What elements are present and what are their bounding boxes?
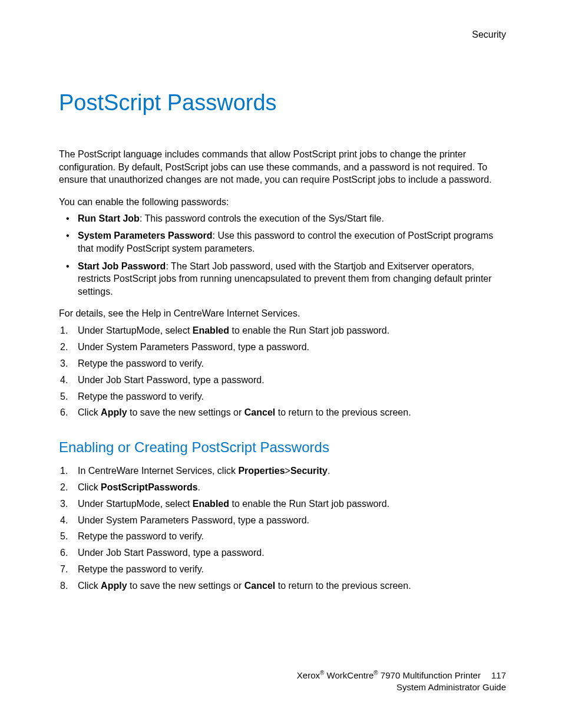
bullet-label: System Parameters Password (78, 230, 213, 241)
list-item: In CentreWare Internet Services, click P… (59, 464, 506, 479)
steps-list-a: Under StartupMode, select Enabled to ena… (59, 324, 506, 420)
list-item: Under System Parameters Password, type a… (59, 513, 506, 528)
bullet-text: : This password controls the execution o… (140, 213, 384, 223)
details-text: For details, see the Help in CentreWare … (59, 308, 506, 319)
footer-line-2: System Administrator Guide (297, 681, 506, 693)
list-item: Retype the password to verify. (59, 529, 506, 544)
footer-line-1: Xerox® WorkCentre® 7970 Multifunction Pr… (297, 669, 506, 681)
list-item: Under StartupMode, select Enabled to ena… (59, 324, 506, 338)
steps-list-b: In CentreWare Internet Services, click P… (59, 464, 506, 593)
list-item: Retype the password to verify. (59, 562, 506, 577)
list-item: Under Job Start Password, type a passwor… (59, 373, 506, 388)
list-item: Retype the password to verify. (59, 390, 506, 404)
document-page: Security PostScript Passwords The PostSc… (0, 0, 562, 728)
page-number: 117 (491, 670, 506, 680)
header-section-label: Security (59, 29, 506, 40)
subsection-title: Enabling or Creating PostScript Password… (59, 439, 506, 456)
list-item: Under StartupMode, select Enabled to ena… (59, 497, 506, 512)
page-footer: Xerox® WorkCentre® 7970 Multifunction Pr… (297, 669, 506, 693)
list-item: Click Apply to save the new settings or … (59, 579, 506, 594)
page-title: PostScript Passwords (59, 90, 506, 116)
list-item: Under Job Start Password, type a passwor… (59, 546, 506, 561)
list-item: Click Apply to save the new settings or … (59, 406, 506, 420)
enable-passwords-label: You can enable the following passwords: (59, 197, 506, 207)
list-item: Start Job Password: The Start Job passwo… (59, 260, 506, 298)
list-item: Retype the password to verify. (59, 357, 506, 371)
bullet-label: Start Job Password (78, 261, 166, 271)
bullet-label: Run Start Job (78, 213, 140, 223)
list-item: Click PostScriptPasswords. (59, 480, 506, 495)
list-item: System Parameters Password: Use this pas… (59, 229, 506, 255)
intro-paragraph: The PostScript language includes command… (59, 148, 506, 186)
list-item: Under System Parameters Password, type a… (59, 340, 506, 355)
list-item: Run Start Job: This password controls th… (59, 212, 506, 225)
password-types-list: Run Start Job: This password controls th… (59, 212, 506, 298)
